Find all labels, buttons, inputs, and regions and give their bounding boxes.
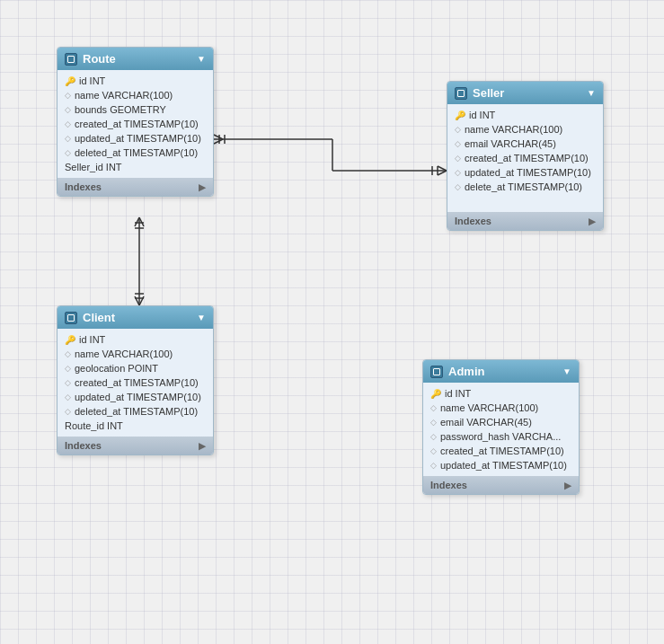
svg-line-17 [135, 296, 139, 305]
footer-arrow: ▶ [564, 481, 571, 490]
admin-header-arrow: ▼ [562, 366, 571, 376]
seller-table: Seller ▼ 🔑 id INT ◇ name VARCHAR(100) ◇ … [447, 81, 604, 231]
client-table-header[interactable]: Client ▼ [58, 306, 213, 329]
seller-table-body: 🔑 id INT ◇ name VARCHAR(100) ◇ email VAR… [447, 104, 603, 212]
route-table-footer[interactable]: Indexes ▶ [58, 178, 213, 196]
footer-arrow: ▶ [589, 216, 596, 226]
table-row: ◇ name VARCHAR(100) [447, 122, 603, 137]
field-icon: ◇ [65, 105, 71, 114]
svg-line-14 [139, 217, 144, 226]
field-text: email VARCHAR(45) [440, 417, 532, 428]
table-row: ◇ updated_at TIMESTAMP(10) [447, 165, 603, 180]
field-text: name VARCHAR(100) [75, 348, 173, 359]
route-table-header[interactable]: Route ▼ [58, 48, 213, 70]
route-table-icon [65, 53, 77, 66]
svg-line-18 [139, 296, 144, 305]
field-text: updated_at TIMESTAMP(10) [75, 392, 201, 402]
svg-line-9 [438, 171, 447, 175]
seller-table-icon [455, 87, 467, 100]
admin-table-title: Admin [448, 365, 484, 378]
indexes-label: Indexes [455, 216, 491, 226]
seller-table-header[interactable]: Seller ▼ [447, 82, 603, 104]
table-row: Route_id INT [58, 419, 213, 433]
field-text: deleted_at TIMESTAMP(10) [75, 406, 198, 417]
admin-table-body: 🔑 id INT ◇ name VARCHAR(100) ◇ email VAR… [423, 383, 579, 476]
field-icon: ◇ [455, 168, 461, 177]
seller-table-title: Seller [473, 86, 504, 100]
indexes-label: Indexes [65, 181, 102, 192]
field-icon: ◇ [455, 139, 461, 148]
client-table-icon [65, 312, 77, 324]
field-icon: ◇ [430, 418, 437, 427]
client-table-title: Client [83, 311, 115, 324]
field-text [455, 196, 457, 207]
field-icon: ◇ [65, 407, 71, 416]
field-text: name VARCHAR(100) [465, 124, 562, 135]
field-text: Route_id INT [65, 420, 123, 431]
table-row: ◇ updated_at TIMESTAMP(10) [58, 390, 213, 404]
field-icon: ◇ [430, 403, 437, 412]
table-row: ◇ password_hash VARCHA... [423, 429, 579, 444]
field-icon: ◇ [65, 134, 71, 143]
pk-icon: 🔑 [455, 110, 465, 120]
pk-icon: 🔑 [65, 76, 75, 86]
svg-line-3 [214, 135, 223, 139]
field-icon: ◇ [65, 349, 71, 358]
field-text: updated_at TIMESTAMP(10) [75, 133, 201, 144]
client-table-footer[interactable]: Indexes ▶ [58, 437, 213, 454]
field-text: geolocation POINT [75, 363, 158, 374]
field-text: id INT [79, 334, 105, 345]
footer-arrow: ▶ [199, 441, 206, 451]
table-row: ◇ delete_at TIMESTAMP(10) [447, 180, 603, 194]
field-text: deleted_at TIMESTAMP(10) [75, 147, 198, 158]
table-row: ◇ email VARCHAR(45) [447, 137, 603, 151]
pk-icon: 🔑 [430, 389, 441, 399]
table-row [447, 194, 603, 208]
table-row: ◇ name VARCHAR(100) [423, 401, 579, 415]
field-icon: ◇ [455, 182, 461, 191]
field-text: id INT [469, 110, 495, 120]
field-text: created_at TIMESTAMP(10) [440, 446, 564, 456]
route-table: Route ▼ 🔑 id INT ◇ name VARCHAR(100) ◇ b… [57, 47, 214, 197]
field-text: password_hash VARCHA... [440, 431, 561, 442]
client-table: Client ▼ 🔑 id INT ◇ name VARCHAR(100) ◇ … [57, 305, 214, 455]
svg-line-4 [214, 139, 223, 144]
field-icon: ◇ [65, 393, 71, 401]
route-table-title: Route [83, 52, 116, 66]
field-text: created_at TIMESTAMP(10) [75, 377, 199, 388]
indexes-label: Indexes [65, 440, 102, 451]
field-icon: ◇ [65, 91, 71, 100]
table-row: ◇ geolocation POINT [58, 361, 213, 375]
table-row: ◇ created_at TIMESTAMP(10) [58, 117, 213, 131]
table-row: ◇ updated_at TIMESTAMP(10) [58, 131, 213, 146]
table-row: 🔑 id INT [423, 386, 579, 401]
table-row: ◇ created_at TIMESTAMP(10) [447, 151, 603, 165]
table-row: 🔑 id INT [447, 108, 603, 122]
table-row: 🔑 id INT [58, 74, 213, 88]
field-text: id INT [445, 388, 471, 399]
field-icon: ◇ [430, 432, 437, 441]
client-header-arrow: ▼ [197, 313, 206, 322]
table-row: ◇ deleted_at TIMESTAMP(10) [58, 146, 213, 160]
admin-table-footer[interactable]: Indexes ▶ [423, 476, 579, 494]
table-row: ◇ bounds GEOMETRY [58, 102, 213, 117]
field-icon: ◇ [430, 446, 437, 455]
field-text: delete_at TIMESTAMP(10) [465, 181, 582, 192]
table-row: ◇ created_at TIMESTAMP(10) [423, 444, 579, 458]
seller-header-arrow: ▼ [587, 88, 596, 98]
seller-table-footer[interactable]: Indexes ▶ [447, 212, 603, 230]
svg-line-13 [135, 217, 139, 226]
admin-table-header[interactable]: Admin ▼ [423, 360, 579, 383]
field-icon: ◇ [455, 125, 461, 134]
table-row: Seller_id INT [58, 160, 213, 174]
field-text: updated_at TIMESTAMP(10) [465, 167, 591, 178]
field-text: name VARCHAR(100) [440, 402, 538, 413]
table-row: ◇ name VARCHAR(100) [58, 347, 213, 361]
route-table-body: 🔑 id INT ◇ name VARCHAR(100) ◇ bounds GE… [58, 70, 213, 178]
table-row: ◇ deleted_at TIMESTAMP(10) [58, 404, 213, 419]
field-icon: ◇ [65, 119, 71, 128]
table-row: ◇ updated_at TIMESTAMP(10) [423, 458, 579, 472]
field-text: created_at TIMESTAMP(10) [465, 153, 589, 163]
admin-table-icon [430, 366, 443, 378]
field-text: email VARCHAR(45) [465, 138, 556, 149]
